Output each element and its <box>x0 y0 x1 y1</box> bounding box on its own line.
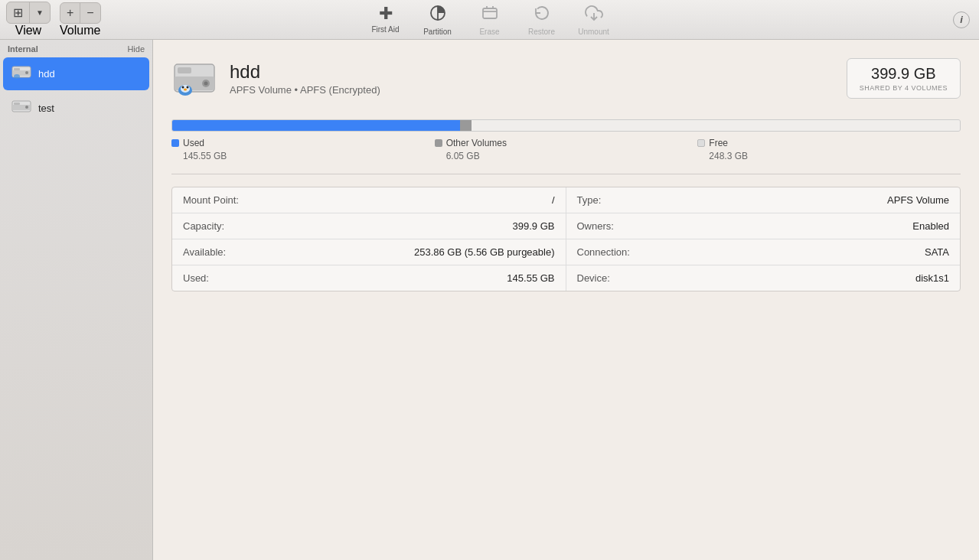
svg-point-9 <box>25 71 28 74</box>
svg-rect-20 <box>178 67 191 73</box>
first-aid-tool[interactable]: ✚ First Aid <box>366 4 406 36</box>
info-col-left: Mount Point: / Capacity: 399.9 GB Availa… <box>172 187 566 291</box>
used-value-info: 145.55 GB <box>507 272 554 284</box>
detail-size-value: 399.9 GB <box>860 65 948 83</box>
divider <box>171 174 961 174</box>
toolbar-center: ✚ First Aid Partition <box>366 4 614 36</box>
svg-rect-10 <box>14 68 20 70</box>
main-area: Internal Hide hdd <box>0 40 979 560</box>
other-dot <box>435 139 442 147</box>
volume-label: Volume <box>60 24 100 37</box>
view-toggle-button[interactable]: ⊞ <box>7 2 30 23</box>
svg-point-25 <box>184 89 187 91</box>
erase-tool[interactable]: Erase <box>470 4 510 36</box>
sidebar-item-hdd[interactable]: hdd <box>3 57 149 90</box>
free-dot <box>697 139 705 147</box>
mount-point-label: Mount Point: <box>183 194 239 206</box>
restore-label: Restore <box>528 28 555 36</box>
storage-bar-container: Used 145.55 GB Other Volumes 6.05 GB Fre… <box>171 119 961 161</box>
detail-header: hdd APFS Volume • APFS (Encrypted) 399.9… <box>171 55 961 101</box>
detail-panel: hdd APFS Volume • APFS (Encrypted) 399.9… <box>153 40 979 560</box>
used-row: Used: 145.55 GB <box>172 265 566 291</box>
connection-value: SATA <box>925 246 949 258</box>
bar-used <box>172 120 460 131</box>
svg-point-24 <box>187 86 189 89</box>
mount-point-row: Mount Point: / <box>172 187 566 213</box>
sidebar-section-internal: Internal Hide <box>0 41 152 57</box>
unmount-label: Unmount <box>578 28 609 36</box>
svg-point-19 <box>204 82 208 86</box>
owners-row: Owners: Enabled <box>566 213 961 239</box>
first-aid-icon: ✚ <box>379 4 393 24</box>
view-dropdown-button[interactable]: ▼ <box>30 5 50 20</box>
owners-label: Owners: <box>577 220 614 232</box>
restore-tool[interactable]: Restore <box>522 4 562 36</box>
test-drive-icon <box>11 96 32 121</box>
svg-point-11 <box>14 74 20 79</box>
legend-free: Free 248.3 GB <box>697 138 961 161</box>
first-aid-label: First Aid <box>371 25 399 34</box>
detail-drive-icon <box>171 55 217 101</box>
capacity-label: Capacity: <box>183 220 224 232</box>
capacity-row: Capacity: 399.9 GB <box>172 213 566 239</box>
toolbar: ⊞ ▼ View + − Volume ✚ First Aid <box>0 0 979 40</box>
sidebar-item-test[interactable]: test <box>3 92 149 125</box>
svg-point-14 <box>25 106 28 109</box>
restore-icon <box>533 4 551 26</box>
view-section: ⊞ ▼ View <box>6 2 51 37</box>
view-label: View <box>15 24 41 37</box>
partition-label: Partition <box>423 28 452 36</box>
owners-value: Enabled <box>912 220 949 232</box>
available-row: Available: 253.86 GB (5.56 GB purgeable) <box>172 239 566 265</box>
internal-label: Internal <box>8 44 38 54</box>
capacity-value: 399.9 GB <box>513 220 555 232</box>
free-value: 248.3 GB <box>697 151 961 161</box>
mount-point-value: / <box>552 194 555 206</box>
remove-volume-button[interactable]: − <box>80 3 100 23</box>
sidebar: Internal Hide hdd <box>0 40 153 560</box>
bar-other <box>460 120 472 131</box>
view-btn-group: ⊞ ▼ <box>6 2 51 24</box>
toolbar-right: i <box>953 11 970 28</box>
free-name: Free <box>709 138 728 148</box>
info-button[interactable]: i <box>953 11 970 28</box>
svg-point-23 <box>182 86 184 89</box>
unmount-icon <box>585 4 603 26</box>
svg-rect-2 <box>483 8 497 18</box>
device-value: disk1s1 <box>915 272 949 284</box>
detail-size-box: 399.9 GB SHARED BY 4 VOLUMES <box>847 58 961 99</box>
detail-shared-label: SHARED BY 4 VOLUMES <box>860 84 948 92</box>
partition-tool[interactable]: Partition <box>418 4 458 36</box>
bar-free <box>472 120 960 131</box>
type-label: Type: <box>577 194 602 206</box>
toolbar-left: ⊞ ▼ View + − Volume <box>6 2 101 37</box>
detail-name: hdd <box>230 61 847 83</box>
sidebar-item-test-label: test <box>38 103 54 114</box>
used-value: 145.55 GB <box>171 151 435 161</box>
add-volume-button[interactable]: + <box>60 3 80 23</box>
storage-bar <box>171 119 961 132</box>
volume-section: + − Volume <box>60 2 101 37</box>
erase-icon <box>481 4 499 26</box>
device-label: Device: <box>577 272 610 284</box>
legend-other: Other Volumes 6.05 GB <box>435 138 698 161</box>
other-value: 6.05 GB <box>435 151 698 161</box>
available-label: Available: <box>183 246 226 258</box>
unmount-tool[interactable]: Unmount <box>574 4 614 36</box>
partition-icon <box>429 4 447 26</box>
type-row: Type: APFS Volume <box>566 187 961 213</box>
legend-used: Used 145.55 GB <box>171 138 435 161</box>
other-name: Other Volumes <box>446 138 507 148</box>
type-value: APFS Volume <box>887 194 949 206</box>
svg-rect-15 <box>14 103 20 105</box>
storage-legend: Used 145.55 GB Other Volumes 6.05 GB Fre… <box>171 138 961 161</box>
used-dot <box>171 139 179 147</box>
connection-label: Connection: <box>577 246 630 258</box>
sidebar-item-hdd-label: hdd <box>38 68 55 80</box>
hide-button[interactable]: Hide <box>127 44 145 54</box>
device-row: Device: disk1s1 <box>566 265 961 291</box>
connection-row: Connection: SATA <box>566 239 961 265</box>
detail-subtitle: APFS Volume • APFS (Encrypted) <box>230 84 847 96</box>
used-label: Used: <box>183 272 209 284</box>
info-grid: Mount Point: / Capacity: 399.9 GB Availa… <box>171 187 961 291</box>
